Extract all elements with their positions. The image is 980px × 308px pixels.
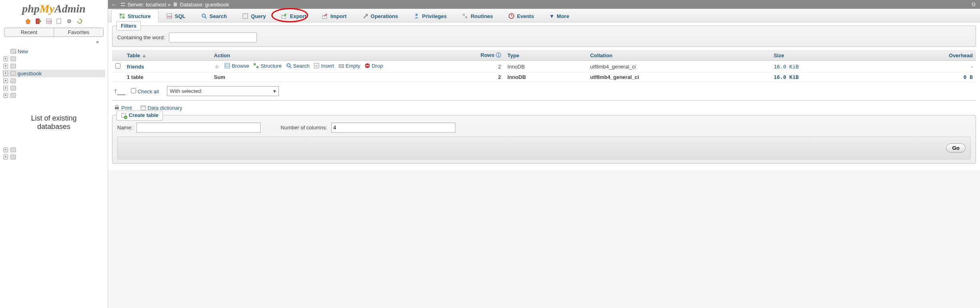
filter-input[interactable] bbox=[169, 32, 257, 42]
help-icon[interactable]: ⓘ bbox=[496, 52, 501, 58]
svg-point-24 bbox=[415, 14, 418, 16]
svg-rect-13 bbox=[120, 16, 122, 18]
svg-rect-39 bbox=[339, 64, 344, 68]
browse-icon bbox=[224, 62, 230, 69]
insert-icon: + bbox=[313, 62, 320, 69]
action-structure[interactable]: Structure bbox=[253, 62, 282, 69]
svg-point-25 bbox=[463, 14, 465, 16]
db-item[interactable]: + bbox=[2, 92, 105, 99]
svg-line-18 bbox=[205, 17, 206, 18]
svg-rect-33 bbox=[254, 63, 256, 65]
svg-rect-19 bbox=[243, 14, 248, 18]
tab-recent[interactable]: Recent bbox=[4, 28, 54, 36]
svg-rect-41 bbox=[366, 65, 369, 66]
svg-rect-42 bbox=[115, 107, 119, 109]
new-table-icon: + bbox=[121, 113, 127, 119]
name-label: Name: bbox=[117, 125, 132, 131]
filter-label: Containing the word: bbox=[117, 34, 165, 40]
tab-privileges[interactable]: Privileges bbox=[406, 9, 454, 22]
col-type[interactable]: Type bbox=[504, 50, 587, 61]
query-icon bbox=[242, 13, 249, 19]
table-name-link[interactable]: friends bbox=[127, 64, 144, 70]
db-item-selected[interactable]: +guestbook bbox=[2, 70, 105, 77]
reload-icon[interactable] bbox=[76, 18, 83, 24]
table-name-input[interactable] bbox=[136, 123, 261, 133]
action-insert[interactable]: +Insert bbox=[313, 62, 334, 69]
db-item[interactable]: + bbox=[2, 153, 105, 161]
link-icon[interactable]: ⚭ bbox=[0, 38, 108, 46]
print-link[interactable]: Print bbox=[114, 105, 132, 111]
col-action: Action bbox=[211, 50, 415, 61]
search-icon bbox=[201, 13, 207, 19]
structure-icon bbox=[253, 62, 259, 69]
col-rows[interactable]: Rows ⓘ bbox=[415, 50, 505, 61]
gear-icon[interactable] bbox=[66, 18, 72, 24]
export-icon bbox=[281, 13, 287, 19]
tab-structure[interactable]: Structure bbox=[111, 9, 158, 22]
checkall[interactable]: Check all bbox=[131, 88, 161, 95]
svg-rect-12 bbox=[122, 14, 124, 16]
db-item[interactable]: + bbox=[2, 55, 105, 62]
tab-favorites[interactable]: Favorites bbox=[54, 28, 103, 36]
new-db-icon: + bbox=[10, 49, 16, 54]
database-icon bbox=[172, 1, 178, 8]
svg-rect-11 bbox=[120, 14, 122, 16]
col-collation[interactable]: Collation bbox=[587, 50, 771, 61]
tab-search[interactable]: Search bbox=[193, 9, 234, 22]
with-selected-dropdown[interactable]: With selected:▾ bbox=[167, 86, 279, 96]
col-table[interactable]: Table ▲ bbox=[124, 50, 211, 61]
logo[interactable]: phpMyAdmin bbox=[0, 0, 108, 16]
svg-rect-44 bbox=[141, 106, 146, 110]
print-icon bbox=[114, 105, 120, 111]
import-icon bbox=[322, 13, 328, 19]
svg-rect-43 bbox=[116, 105, 118, 107]
svg-point-26 bbox=[465, 16, 467, 18]
db-tree: + New + + +guestbook + + + List of exist… bbox=[0, 46, 108, 162]
action-drop[interactable]: Drop bbox=[364, 62, 383, 69]
settings-gear-icon[interactable] bbox=[970, 1, 977, 8]
star-icon[interactable]: ★ bbox=[214, 63, 220, 70]
go-bar: Go bbox=[117, 137, 971, 159]
col-size[interactable]: Size bbox=[770, 50, 875, 61]
home-icon[interactable] bbox=[25, 18, 31, 24]
svg-rect-20 bbox=[282, 15, 286, 18]
columns-input[interactable] bbox=[331, 123, 455, 133]
data-dictionary-link[interactable]: Data dictionary bbox=[140, 105, 182, 111]
doc-icon[interactable] bbox=[56, 18, 62, 24]
svg-point-10 bbox=[973, 4, 974, 5]
action-search[interactable]: Search bbox=[286, 62, 310, 69]
svg-rect-34 bbox=[257, 66, 259, 68]
svg-rect-14 bbox=[122, 16, 124, 18]
back-arrow[interactable]: ← bbox=[111, 2, 116, 8]
tab-routines[interactable]: Routines bbox=[454, 9, 501, 22]
row-checkbox[interactable] bbox=[115, 63, 120, 68]
dict-icon bbox=[140, 105, 146, 111]
tab-export[interactable]: Export bbox=[273, 9, 314, 22]
sql-icon[interactable]: SQL bbox=[46, 18, 52, 24]
search-icon bbox=[286, 62, 292, 69]
tab-more[interactable]: ▼More bbox=[541, 9, 577, 22]
svg-rect-3 bbox=[57, 19, 61, 24]
tab-sql[interactable]: SQLSQL bbox=[158, 9, 193, 22]
tab-query[interactable]: Query bbox=[234, 9, 274, 22]
db-item[interactable]: + bbox=[2, 146, 105, 153]
col-overhead[interactable]: Overhead bbox=[875, 50, 976, 61]
db-item[interactable]: + bbox=[2, 77, 105, 85]
tab-events[interactable]: Events bbox=[501, 9, 542, 22]
action-browse[interactable]: Browse bbox=[224, 62, 249, 69]
db-item[interactable]: + bbox=[2, 62, 105, 70]
breadcrumb: ← Server: localhost » Database: guestboo… bbox=[108, 0, 980, 9]
structure-icon bbox=[119, 13, 125, 19]
go-button[interactable]: Go bbox=[946, 143, 966, 153]
svg-text:SQL: SQL bbox=[47, 20, 52, 23]
tab-operations[interactable]: Operations bbox=[354, 9, 406, 22]
action-empty[interactable]: Empty bbox=[338, 62, 361, 69]
create-table-fieldset: + Create table Name: Number of columns: … bbox=[112, 115, 976, 164]
tab-import[interactable]: Import bbox=[314, 9, 354, 22]
svg-line-36 bbox=[290, 66, 291, 68]
routines-icon bbox=[462, 13, 468, 19]
drop-icon bbox=[364, 62, 371, 69]
exit-icon[interactable] bbox=[35, 18, 42, 24]
new-db[interactable]: + New bbox=[2, 48, 105, 55]
db-item[interactable]: + bbox=[2, 85, 105, 92]
